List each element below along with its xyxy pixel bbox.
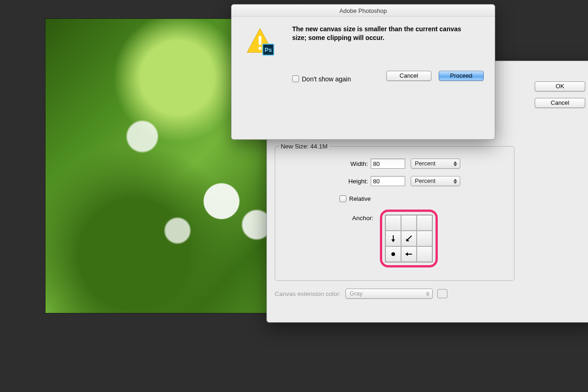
stepper-icon: [424, 290, 431, 298]
svg-text:Ps: Ps: [265, 46, 272, 53]
arrow-down-icon: [389, 234, 397, 243]
alert-title: Adobe Photoshop: [232, 5, 495, 17]
dont-show-again-checkbox[interactable]: [292, 75, 299, 82]
width-unit-value: Percent: [415, 160, 435, 167]
anchor-highlight: [380, 210, 438, 267]
ok-button[interactable]: OK: [535, 81, 585, 91]
new-size-legend: New Size: 44.1M: [279, 143, 329, 150]
dont-show-again-label: Don't show again: [302, 75, 351, 83]
svg-rect-8: [259, 36, 261, 45]
stepper-icon: [452, 177, 459, 185]
anchor-cell-tl[interactable]: [385, 215, 401, 231]
svg-marker-1: [391, 239, 395, 242]
arrow-down-left-icon: [405, 234, 413, 243]
anchor-cell-bl[interactable]: [385, 246, 401, 262]
arrow-left-icon: [405, 250, 413, 258]
svg-point-9: [258, 46, 261, 50]
alert-proceed-button[interactable]: Proceed: [439, 71, 484, 81]
alert-cancel-button[interactable]: Cancel: [386, 71, 431, 81]
anchor-cell-ml[interactable]: [385, 231, 401, 246]
extension-color-swatch[interactable]: [437, 289, 447, 298]
alert-message: The new canvas size is smaller than the …: [292, 25, 476, 42]
anchor-cell-tc[interactable]: [401, 215, 417, 231]
anchor-cell-bc[interactable]: [401, 246, 417, 262]
height-input[interactable]: [371, 176, 405, 186]
stepper-icon: [452, 159, 459, 168]
width-unit-select[interactable]: Percent: [411, 159, 460, 169]
width-label: Width:: [275, 160, 371, 167]
height-label: Height:: [275, 178, 371, 185]
svg-point-4: [391, 252, 395, 256]
anchor-grid[interactable]: [385, 215, 433, 262]
new-size-fieldset: New Size: 44.1M Width: Percent Height: P…: [275, 143, 514, 281]
extension-color-select[interactable]: Gray: [345, 289, 433, 299]
cancel-button[interactable]: Cancel: [535, 98, 585, 108]
warning-icon: Ps: [245, 27, 275, 56]
svg-marker-6: [405, 252, 408, 256]
anchor-cell-tr[interactable]: [417, 215, 432, 231]
anchor-cell-br[interactable]: [417, 246, 432, 262]
relative-checkbox[interactable]: [339, 195, 346, 202]
anchor-cell-mc[interactable]: [401, 231, 417, 246]
clipping-alert-dialog: Adobe Photoshop Ps The new canvas size i…: [231, 4, 495, 140]
height-unit-value: Percent: [415, 177, 435, 184]
extension-color-label: Canvas extension color:: [275, 290, 341, 297]
anchor-label: Anchor:: [275, 215, 376, 222]
relative-label: Relative: [349, 195, 371, 202]
svg-line-2: [407, 236, 412, 240]
extension-color-value: Gray: [350, 290, 362, 297]
width-input[interactable]: [371, 159, 405, 169]
height-unit-select[interactable]: Percent: [411, 176, 460, 186]
anchor-dot-icon: [390, 251, 396, 257]
anchor-cell-mr[interactable]: [417, 231, 432, 246]
